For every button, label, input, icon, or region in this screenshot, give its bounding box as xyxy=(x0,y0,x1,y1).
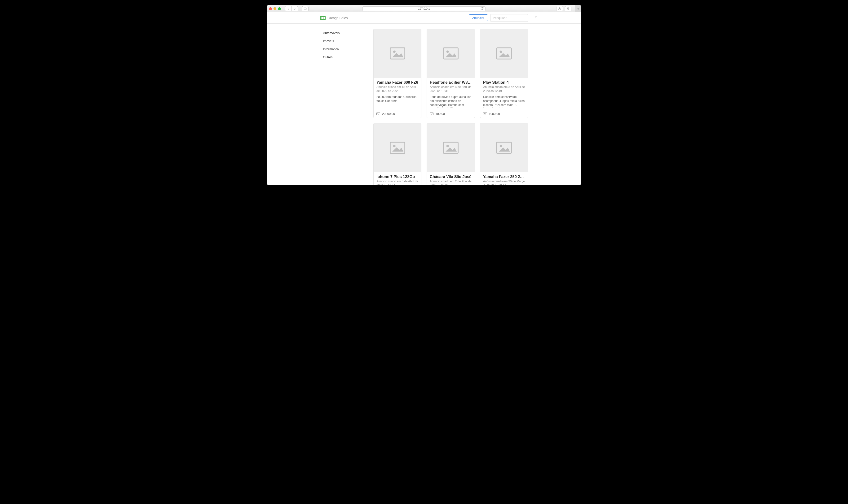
listing-meta: Anúncio criado em 18 de Abril de 2020 às… xyxy=(377,85,418,93)
reload-button[interactable] xyxy=(481,7,484,11)
nav-back-forward xyxy=(285,6,298,11)
brand-text: Garage Sales xyxy=(327,16,348,20)
category-list: Automóveis Imóveis Informática Outros xyxy=(320,29,368,61)
content: Automóveis Imóveis Informática Outros Ya… xyxy=(320,29,528,185)
svg-line-8 xyxy=(537,18,537,19)
listing-title: Chácara Vila São José xyxy=(430,175,471,179)
listing-title: Iphone 7 Plus 128Gb xyxy=(377,175,418,179)
listing-meta: Anúncio criado em 30 de Março de 2020 às… xyxy=(483,179,525,185)
share-icon xyxy=(558,7,561,11)
svg-point-25 xyxy=(500,145,502,147)
listing-meta: Anúncio criado em 4 de Abril de 2020 às … xyxy=(430,85,471,93)
tabs-button[interactable] xyxy=(565,6,571,11)
svg-marker-17 xyxy=(499,53,510,57)
svg-marker-11 xyxy=(392,53,403,57)
browser-titlebar: 127.0.0.1 xyxy=(267,5,581,12)
image-placeholder-icon xyxy=(442,46,460,60)
svg-rect-0 xyxy=(304,7,306,10)
listing-title: Headfone Edifier W800BT ... xyxy=(430,80,471,85)
listing-meta: Anúncio criado em 3 de Abril de 2020 às … xyxy=(377,179,418,185)
listing-desc: 20.000 Km rodados 4 cilindros 600cc Cor … xyxy=(377,95,418,103)
listing-thumb xyxy=(374,123,421,172)
minimize-window-button[interactable] xyxy=(274,7,276,10)
listing-desc: Console bem conservado, acompanha 4 jogo… xyxy=(483,95,525,108)
browser-window: 127.0.0.1 Garage xyxy=(267,5,581,185)
new-tab-button[interactable] xyxy=(575,5,581,12)
listing-card[interactable]: Play Station 4 Anúncio criado em 3 de Ab… xyxy=(480,29,528,118)
listing-price: 100,00 xyxy=(435,112,445,115)
back-button[interactable] xyxy=(285,6,292,11)
search-input[interactable] xyxy=(493,16,533,20)
svg-rect-21 xyxy=(444,142,458,153)
cash-logo-icon xyxy=(320,16,326,20)
page: Garage Sales Anunciar xyxy=(267,12,581,185)
svg-point-10 xyxy=(393,50,395,53)
close-window-button[interactable] xyxy=(269,7,272,10)
listing-thumb xyxy=(374,29,421,78)
listing-card[interactable]: Chácara Vila São José Anúncio criado em … xyxy=(427,123,474,185)
plus-icon xyxy=(577,7,580,11)
category-sidebar: Automóveis Imóveis Informática Outros xyxy=(320,29,368,185)
address-text: 127.0.0.1 xyxy=(418,7,430,11)
image-placeholder-icon xyxy=(495,141,513,155)
svg-marker-20 xyxy=(392,147,403,151)
brand-link[interactable]: Garage Sales xyxy=(320,16,348,20)
listing-footer: 1000,00 xyxy=(480,110,528,118)
svg-rect-15 xyxy=(497,48,511,59)
svg-point-7 xyxy=(535,16,537,18)
svg-marker-26 xyxy=(499,147,510,151)
announce-button[interactable]: Anunciar xyxy=(469,14,488,21)
svg-rect-3 xyxy=(567,7,569,9)
sidebar-toggle-button[interactable] xyxy=(302,6,309,11)
listing-price: 20000,00 xyxy=(382,112,395,115)
listing-thumb xyxy=(427,29,474,78)
listing-title: Yamaha Fazer 600 FZ6 xyxy=(377,80,418,85)
svg-marker-14 xyxy=(446,53,457,57)
search-box[interactable] xyxy=(490,14,528,22)
image-placeholder-icon xyxy=(389,141,406,155)
sidebar-icon xyxy=(304,7,307,11)
price-icon xyxy=(483,112,487,115)
category-item[interactable]: Imóveis xyxy=(320,37,368,45)
image-placeholder-icon xyxy=(442,141,460,155)
listing-title: Yamaha Fazer 250 2019 xyxy=(483,175,525,179)
fullscreen-window-button[interactable] xyxy=(278,7,281,10)
category-item[interactable]: Informática xyxy=(320,45,368,53)
image-placeholder-icon xyxy=(495,46,513,60)
listing-title: Play Station 4 xyxy=(483,80,525,85)
category-item[interactable]: Outros xyxy=(320,53,368,61)
svg-point-22 xyxy=(446,145,449,147)
svg-point-16 xyxy=(500,50,502,53)
share-button[interactable] xyxy=(556,6,563,11)
listing-card[interactable]: Headfone Edifier W800BT ... Anúncio cria… xyxy=(427,29,474,118)
listing-thumb xyxy=(427,123,474,172)
svg-point-19 xyxy=(393,145,395,147)
search-icon xyxy=(535,16,538,20)
forward-button[interactable] xyxy=(292,6,298,11)
listing-thumb xyxy=(480,29,528,78)
listing-meta: Anúncio criado em 3 de Abril de 2020 às … xyxy=(483,85,525,93)
svg-marker-23 xyxy=(446,147,457,151)
tabs-icon xyxy=(567,7,570,11)
reload-icon xyxy=(481,7,484,10)
listing-card[interactable]: Yamaha Fazer 600 FZ6 Anúncio criado em 1… xyxy=(374,29,421,118)
chevron-left-icon xyxy=(287,7,290,11)
listing-grid: Yamaha Fazer 600 FZ6 Anúncio criado em 1… xyxy=(374,29,528,185)
price-icon xyxy=(377,112,380,115)
site-navbar: Garage Sales Anunciar xyxy=(267,12,581,24)
chevron-right-icon xyxy=(293,7,296,11)
listing-meta: Anúncio criado em 2 de Abril de 2020 às … xyxy=(430,179,471,185)
window-controls xyxy=(269,7,281,10)
svg-rect-9 xyxy=(390,48,405,59)
category-item[interactable]: Automóveis xyxy=(320,29,368,37)
listing-price: 1000,00 xyxy=(489,112,500,115)
address-bar[interactable]: 127.0.0.1 xyxy=(363,6,485,11)
listing-card[interactable]: Iphone 7 Plus 128Gb Anúncio criado em 3 … xyxy=(374,123,421,185)
sidebar-toggle-group xyxy=(302,6,309,11)
svg-rect-18 xyxy=(390,142,405,153)
image-placeholder-icon xyxy=(389,46,406,60)
listing-card[interactable]: Yamaha Fazer 250 2019 Anúncio criado em … xyxy=(480,123,528,185)
listing-footer: 100,00 xyxy=(427,110,474,118)
listing-thumb xyxy=(480,123,528,172)
svg-point-13 xyxy=(446,50,449,53)
